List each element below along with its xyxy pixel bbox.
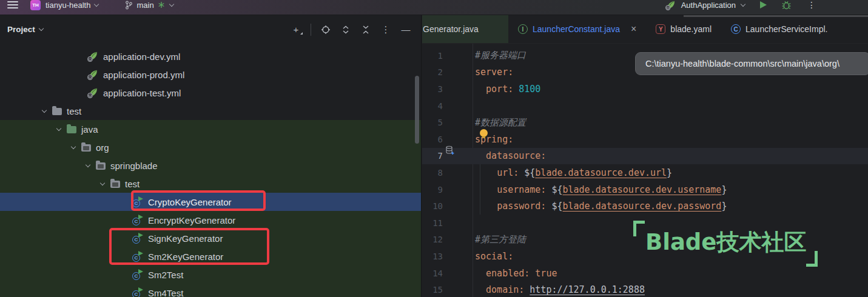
vcs-widget[interactable]: main	[125, 1, 173, 10]
tree-item-application-dev-yml[interactable]: application-dev.yml	[0, 47, 421, 65]
tree-item-sm2test[interactable]: CSm2Test	[0, 265, 421, 284]
code-text: datasource:	[465, 150, 546, 161]
code-line-10[interactable]: 10 password: ${blade.datasource.dev.pass…	[422, 198, 868, 215]
code-text: password: ${blade.datasource.dev.passwor…	[465, 201, 727, 212]
file-path-tooltip: C:\tianyu-health\blade-common\src\main\j…	[635, 52, 868, 75]
line-number: 1	[422, 51, 465, 61]
locate-file-icon[interactable]	[320, 24, 331, 35]
code-text: url: ${blade.datasource.dev.url}	[465, 167, 672, 178]
tree-item-java[interactable]: java	[0, 120, 421, 138]
main-menu-icon[interactable]	[7, 1, 18, 8]
code-line-15[interactable]: 15 domain: http://127.0.0.1:2888	[422, 281, 868, 297]
debug-button[interactable]	[782, 0, 791, 10]
code-text: server:	[465, 67, 513, 78]
line-number: 5	[422, 118, 465, 127]
tree-item-label: test	[67, 106, 81, 116]
code-line-8[interactable]: 8 url: ${blade.datasource.dev.url}	[422, 164, 868, 181]
close-tab-icon[interactable]: ×	[631, 24, 636, 34]
line-number: 12	[422, 235, 465, 244]
tree-item-encryptkeygenerator[interactable]: CEncryptKeyGenerator	[0, 211, 421, 229]
line-number: 13	[422, 252, 465, 261]
tree-item-application-prod-yml[interactable]: application-prod.yml	[0, 65, 421, 84]
test-class-icon: C	[132, 215, 143, 225]
tab-label: LauncherServiceImpl.	[745, 24, 827, 34]
tree-item-application-test-yml[interactable]: application-test.yml	[0, 84, 421, 102]
tree-expand-chevron-icon[interactable]	[100, 180, 105, 185]
add-icon[interactable]: +	[291, 24, 301, 35]
tab-label: Generator.java	[423, 24, 479, 34]
code-line-14[interactable]: 14 enabled: true	[422, 265, 868, 282]
tree-item-label: EncryptKeyGenerator	[148, 215, 235, 225]
editor-area: Generator.javaILauncherConstant.java×Ybl…	[422, 15, 868, 297]
run-configuration-selector[interactable]: AuthApplication	[681, 1, 736, 10]
annotation-box	[131, 190, 266, 211]
hide-panel-icon[interactable]: —	[400, 24, 411, 35]
project-tree-scrollbar[interactable]	[415, 76, 419, 144]
panel-options-icon[interactable]: ⋮	[380, 24, 391, 35]
code-line-5[interactable]: 5#数据源配置	[422, 114, 868, 131]
editor-tab-blade-yaml[interactable]: Yblade.yaml	[646, 15, 721, 43]
code-line-11[interactable]: 11	[422, 215, 868, 232]
collapse-all-icon[interactable]	[360, 24, 371, 35]
project-panel-title[interactable]: Project	[7, 25, 35, 34]
spring-boot-config-icon	[87, 69, 98, 80]
line-number: 2	[422, 67, 465, 77]
chevron-down-icon	[94, 1, 99, 6]
tree-item-label: application-test.yml	[103, 88, 181, 98]
code-editor[interactable]: 1#服务器端口2server:3 port: 810045#数据源配置6spri…	[422, 44, 868, 297]
tree-item-label: org	[96, 142, 109, 153]
line-number: 15	[422, 285, 465, 295]
tree-expand-chevron-icon[interactable]	[71, 144, 76, 148]
project-panel-header: Project +	[0, 15, 421, 44]
editor-tab-generator-java[interactable]: Generator.java	[422, 15, 508, 43]
vcs-update-icon	[158, 1, 165, 8]
code-line-6[interactable]: 6spring:	[422, 131, 868, 148]
database-add-icon[interactable]	[445, 145, 455, 156]
line-number: 9	[422, 185, 465, 195]
popup-top-edge	[684, 15, 868, 17]
branch-name: main	[136, 1, 153, 10]
tree-item-sm4test[interactable]: CSm4Test	[0, 284, 421, 297]
more-actions-icon[interactable]: ⋮	[807, 0, 816, 10]
code-text: spring:	[465, 134, 513, 145]
code-text: #数据源配置	[465, 117, 526, 128]
code-text: username: ${blade.datasource.dev.usernam…	[465, 184, 727, 195]
tree-item-springblade[interactable]: springblade	[0, 156, 421, 175]
tree-item-label: application-prod.yml	[103, 70, 184, 80]
project-badge[interactable]: TH	[30, 0, 41, 10]
line-number: 14	[422, 269, 465, 278]
test-class-icon: C	[132, 269, 143, 280]
editor-tab-launcherconstant-java[interactable]: ILauncherConstant.java×	[508, 15, 646, 43]
tree-expand-chevron-icon[interactable]	[86, 162, 90, 167]
package-icon	[96, 162, 106, 170]
project-widget[interactable]: tianyu-health	[45, 1, 90, 10]
code-line-3[interactable]: 3 port: 8100	[422, 81, 868, 98]
spring-boot-config-icon	[87, 87, 98, 98]
class-icon: C	[731, 24, 741, 34]
run-button[interactable]	[760, 1, 767, 8]
code-line-4[interactable]: 4	[422, 98, 868, 115]
code-line-9[interactable]: 9 username: ${blade.datasource.dev.usern…	[422, 181, 868, 198]
ide-window: TH tianyu-health main	[0, 0, 868, 297]
chevron-down-icon	[39, 26, 44, 31]
test-class-icon: C	[132, 287, 143, 297]
code-line-13[interactable]: 13social:	[422, 248, 868, 265]
code-line-7[interactable]: 7 datasource:	[422, 148, 868, 165]
line-number: 10	[422, 201, 465, 211]
yaml-file-icon: Y	[656, 24, 665, 34]
tree-item-org[interactable]: org	[0, 138, 421, 156]
tree-item-label: springblade	[110, 161, 158, 171]
spring-boot-config-icon	[87, 51, 98, 62]
code-line-12[interactable]: 12#第三方登陆	[422, 232, 868, 249]
tab-label: LauncherConstant.java	[533, 24, 620, 34]
tree-item-label: Sm2Test	[148, 270, 183, 280]
line-number: 11	[422, 218, 465, 228]
intention-bulb-icon[interactable]	[480, 129, 488, 138]
tree-expand-chevron-icon[interactable]	[42, 107, 47, 112]
tree-expand-chevron-icon[interactable]	[56, 125, 61, 130]
tree-item-test[interactable]: test	[0, 102, 421, 120]
interface-icon: I	[518, 24, 528, 34]
test-source-folder-icon	[67, 126, 76, 133]
editor-tab-launcherserviceimpl-[interactable]: CLauncherServiceImpl.	[721, 15, 868, 43]
expand-all-icon[interactable]	[340, 24, 351, 35]
